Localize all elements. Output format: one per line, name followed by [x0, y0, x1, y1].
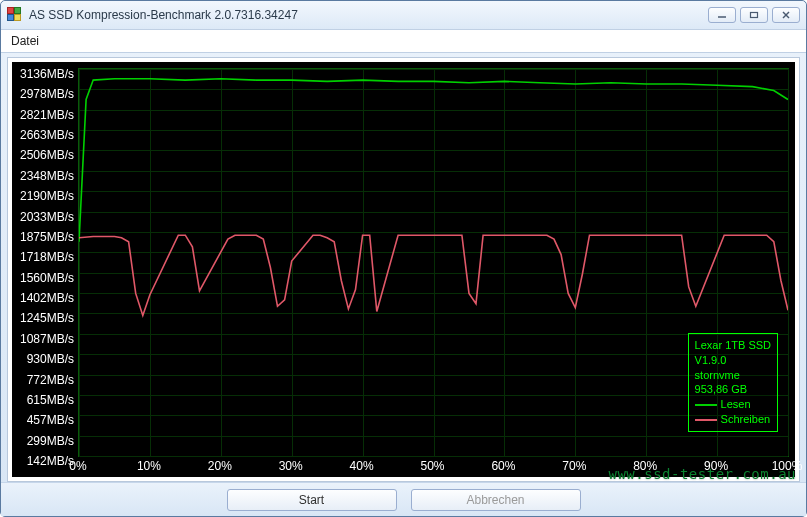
legend-box: Lexar 1TB SSD V1.9.0 stornvme 953,86 GB … — [688, 333, 778, 432]
legend-device: Lexar 1TB SSD — [695, 338, 771, 353]
legend-write-row: Schreiben — [695, 412, 771, 427]
y-tick-label: 2033MB/s — [20, 210, 74, 224]
start-button[interactable]: Start — [227, 489, 397, 511]
minimize-button[interactable] — [708, 7, 736, 23]
legend-driver: stornvme — [695, 368, 771, 383]
x-tick-label: 50% — [420, 459, 444, 473]
y-tick-label: 772MB/s — [27, 373, 74, 387]
button-row: Start Abbrechen — [1, 482, 806, 516]
y-tick-label: 2821MB/s — [20, 108, 74, 122]
chart-panel: 142MB/s299MB/s457MB/s615MB/s772MB/s930MB… — [7, 57, 800, 482]
window-frame: AS SSD Kompression-Benchmark 2.0.7316.34… — [0, 0, 807, 517]
menu-file[interactable]: Datei — [11, 34, 39, 48]
svg-rect-1 — [751, 13, 758, 18]
y-tick-label: 1087MB/s — [20, 332, 74, 346]
y-tick-label: 2506MB/s — [20, 148, 74, 162]
legend-fw: V1.9.0 — [695, 353, 771, 368]
y-tick-label: 2978MB/s — [20, 87, 74, 101]
y-tick-label: 1560MB/s — [20, 271, 74, 285]
title-bar[interactable]: AS SSD Kompression-Benchmark 2.0.7316.34… — [1, 1, 806, 29]
x-tick-label: 60% — [491, 459, 515, 473]
legend-read-row: Lesen — [695, 397, 771, 412]
abort-button: Abbrechen — [411, 489, 581, 511]
y-tick-label: 457MB/s — [27, 413, 74, 427]
chart-lines — [79, 69, 788, 456]
y-tick-label: 2663MB/s — [20, 128, 74, 142]
window-title: AS SSD Kompression-Benchmark 2.0.7316.34… — [29, 8, 708, 22]
maximize-button[interactable] — [740, 7, 768, 23]
y-tick-label: 1402MB/s — [20, 291, 74, 305]
x-tick-label: 90% — [704, 459, 728, 473]
close-button[interactable] — [772, 7, 800, 23]
swatch-read — [695, 404, 717, 406]
x-tick-label: 80% — [633, 459, 657, 473]
swatch-write — [695, 419, 717, 421]
y-tick-label: 1245MB/s — [20, 311, 74, 325]
y-tick-label: 615MB/s — [27, 393, 74, 407]
plot-area: Lexar 1TB SSD V1.9.0 stornvme 953,86 GB … — [78, 68, 789, 457]
legend-read-label: Lesen — [721, 397, 751, 412]
x-axis-labels: 0%10%20%30%40%50%60%70%80%90%100% — [78, 459, 789, 475]
y-tick-label: 930MB/s — [27, 352, 74, 366]
menu-bar: Datei — [1, 29, 806, 53]
y-tick-label: 2190MB/s — [20, 189, 74, 203]
y-tick-label: 142MB/s — [27, 454, 74, 468]
app-icon — [7, 7, 23, 23]
x-tick-label: 10% — [137, 459, 161, 473]
chart-canvas: 142MB/s299MB/s457MB/s615MB/s772MB/s930MB… — [12, 62, 795, 477]
legend-write-label: Schreiben — [721, 412, 771, 427]
y-tick-label: 1875MB/s — [20, 230, 74, 244]
window-controls — [708, 7, 800, 23]
x-tick-label: 0% — [69, 459, 86, 473]
x-tick-label: 30% — [279, 459, 303, 473]
x-tick-label: 40% — [350, 459, 374, 473]
x-tick-label: 70% — [562, 459, 586, 473]
y-tick-label: 299MB/s — [27, 434, 74, 448]
x-tick-label: 20% — [208, 459, 232, 473]
y-axis-labels: 142MB/s299MB/s457MB/s615MB/s772MB/s930MB… — [12, 68, 76, 457]
y-tick-label: 1718MB/s — [20, 250, 74, 264]
legend-capacity: 953,86 GB — [695, 382, 771, 397]
y-tick-label: 3136MB/s — [20, 67, 74, 81]
x-tick-label: 100% — [772, 459, 803, 473]
y-tick-label: 2348MB/s — [20, 169, 74, 183]
